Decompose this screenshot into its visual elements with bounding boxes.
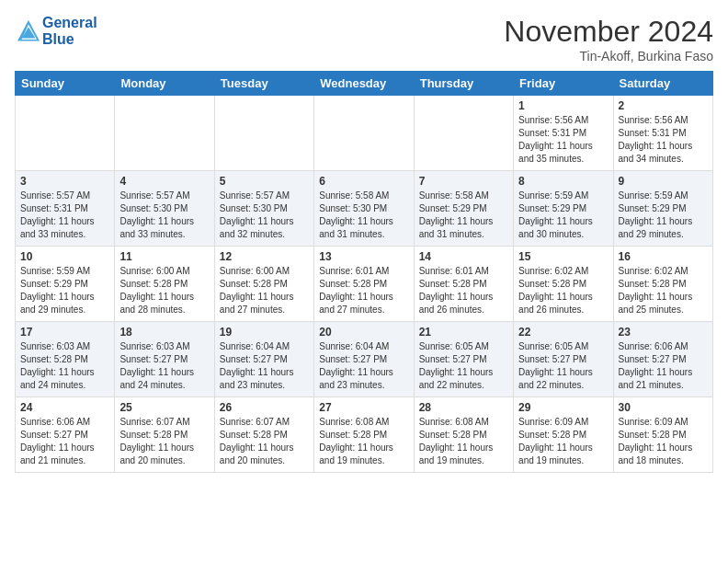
calendar-cell: 30Sunrise: 6:09 AM Sunset: 5:28 PM Dayli… — [613, 397, 712, 473]
calendar-cell: 6Sunrise: 5:58 AM Sunset: 5:30 PM Daylig… — [314, 171, 414, 247]
day-info: Sunrise: 5:56 AM Sunset: 5:31 PM Dayligh… — [619, 114, 708, 166]
day-info: Sunrise: 6:02 AM Sunset: 5:28 PM Dayligh… — [619, 265, 708, 316]
calendar-cell: 9Sunrise: 5:59 AM Sunset: 5:29 PM Daylig… — [613, 171, 712, 247]
day-info: Sunrise: 6:08 AM Sunset: 5:28 PM Dayligh… — [419, 416, 508, 467]
day-number: 19 — [220, 326, 309, 339]
day-number: 29 — [518, 401, 608, 414]
calendar-cell: 13Sunrise: 6:01 AM Sunset: 5:28 PM Dayli… — [314, 247, 414, 322]
day-number: 10 — [20, 250, 109, 263]
day-number: 18 — [119, 326, 209, 339]
day-number: 12 — [220, 250, 309, 263]
day-number: 15 — [518, 250, 608, 263]
calendar-cell — [115, 96, 214, 171]
calendar-cell: 3Sunrise: 5:57 AM Sunset: 5:31 PM Daylig… — [16, 171, 115, 247]
calendar-cell: 18Sunrise: 6:03 AM Sunset: 5:27 PM Dayli… — [115, 322, 214, 397]
day-number: 11 — [119, 250, 209, 263]
day-info: Sunrise: 5:58 AM Sunset: 5:29 PM Dayligh… — [419, 190, 508, 241]
day-number: 5 — [220, 175, 309, 188]
day-number: 20 — [319, 326, 408, 339]
calendar-cell: 25Sunrise: 6:07 AM Sunset: 5:28 PM Dayli… — [115, 397, 214, 473]
weekday-header-tuesday: Tuesday — [214, 72, 313, 96]
day-number: 21 — [419, 326, 508, 339]
weekday-header-friday: Friday — [514, 72, 613, 96]
calendar-cell: 17Sunrise: 6:03 AM Sunset: 5:28 PM Dayli… — [16, 322, 115, 397]
logo-icon — [15, 17, 42, 45]
day-number: 4 — [119, 175, 209, 188]
day-info: Sunrise: 6:00 AM Sunset: 5:28 PM Dayligh… — [220, 265, 309, 316]
weekday-header-saturday: Saturday — [613, 72, 712, 96]
page-header: General Blue November 2024 Tin-Akoff, Bu… — [15, 15, 713, 63]
month-title: November 2024 — [504, 15, 713, 49]
day-info: Sunrise: 6:05 AM Sunset: 5:27 PM Dayligh… — [518, 340, 608, 392]
day-number: 2 — [619, 99, 708, 112]
logo-line1: General — [42, 15, 97, 31]
day-number: 9 — [619, 175, 708, 188]
day-number: 25 — [119, 401, 209, 414]
day-info: Sunrise: 5:56 AM Sunset: 5:31 PM Dayligh… — [518, 114, 608, 166]
calendar-cell: 23Sunrise: 6:06 AM Sunset: 5:27 PM Dayli… — [613, 322, 712, 397]
weekday-header-monday: Monday — [115, 72, 214, 96]
day-info: Sunrise: 6:03 AM Sunset: 5:28 PM Dayligh… — [20, 340, 109, 392]
day-info: Sunrise: 6:03 AM Sunset: 5:27 PM Dayligh… — [119, 340, 209, 392]
day-number: 30 — [619, 401, 708, 414]
day-number: 7 — [419, 175, 508, 188]
day-info: Sunrise: 6:09 AM Sunset: 5:28 PM Dayligh… — [518, 416, 608, 467]
day-info: Sunrise: 5:59 AM Sunset: 5:29 PM Dayligh… — [518, 190, 608, 241]
weekday-row: SundayMondayTuesdayWednesdayThursdayFrid… — [16, 72, 713, 96]
day-number: 1 — [518, 99, 608, 112]
day-number: 26 — [220, 401, 309, 414]
day-info: Sunrise: 6:08 AM Sunset: 5:28 PM Dayligh… — [319, 416, 408, 467]
calendar-cell: 2Sunrise: 5:56 AM Sunset: 5:31 PM Daylig… — [613, 96, 712, 171]
calendar-cell: 5Sunrise: 5:57 AM Sunset: 5:30 PM Daylig… — [214, 171, 313, 247]
day-number: 17 — [20, 326, 109, 339]
location-subtitle: Tin-Akoff, Burkina Faso — [504, 49, 713, 63]
day-info: Sunrise: 6:01 AM Sunset: 5:28 PM Dayligh… — [319, 265, 408, 316]
day-number: 6 — [319, 175, 408, 188]
calendar-cell: 24Sunrise: 6:06 AM Sunset: 5:27 PM Dayli… — [16, 397, 115, 473]
day-number: 16 — [619, 250, 708, 263]
calendar-cell: 28Sunrise: 6:08 AM Sunset: 5:28 PM Dayli… — [414, 397, 513, 473]
day-info: Sunrise: 6:02 AM Sunset: 5:28 PM Dayligh… — [518, 265, 608, 316]
day-number: 3 — [20, 175, 109, 188]
calendar-cell: 21Sunrise: 6:05 AM Sunset: 5:27 PM Dayli… — [414, 322, 513, 397]
calendar-cell: 11Sunrise: 6:00 AM Sunset: 5:28 PM Dayli… — [115, 247, 214, 322]
weekday-header-wednesday: Wednesday — [314, 72, 414, 96]
calendar-cell: 10Sunrise: 5:59 AM Sunset: 5:29 PM Dayli… — [16, 247, 115, 322]
calendar-body: 1Sunrise: 5:56 AM Sunset: 5:31 PM Daylig… — [16, 96, 713, 473]
day-number: 8 — [518, 175, 608, 188]
week-row-2: 3Sunrise: 5:57 AM Sunset: 5:31 PM Daylig… — [16, 171, 713, 247]
day-info: Sunrise: 6:04 AM Sunset: 5:27 PM Dayligh… — [220, 340, 309, 392]
day-info: Sunrise: 6:01 AM Sunset: 5:28 PM Dayligh… — [419, 265, 508, 316]
day-number: 23 — [619, 326, 708, 339]
calendar-cell: 29Sunrise: 6:09 AM Sunset: 5:28 PM Dayli… — [514, 397, 613, 473]
calendar-cell: 1Sunrise: 5:56 AM Sunset: 5:31 PM Daylig… — [514, 96, 613, 171]
calendar-cell: 8Sunrise: 5:59 AM Sunset: 5:29 PM Daylig… — [514, 171, 613, 247]
logo: General Blue — [15, 15, 97, 48]
day-info: Sunrise: 5:57 AM Sunset: 5:30 PM Dayligh… — [119, 190, 209, 241]
day-info: Sunrise: 6:07 AM Sunset: 5:28 PM Dayligh… — [220, 416, 309, 467]
day-number: 27 — [319, 401, 408, 414]
day-number: 13 — [319, 250, 408, 263]
week-row-5: 24Sunrise: 6:06 AM Sunset: 5:27 PM Dayli… — [16, 397, 713, 473]
logo-text: General Blue — [42, 15, 97, 48]
calendar-cell: 27Sunrise: 6:08 AM Sunset: 5:28 PM Dayli… — [314, 397, 414, 473]
calendar-cell: 26Sunrise: 6:07 AM Sunset: 5:28 PM Dayli… — [214, 397, 313, 473]
title-block: November 2024 Tin-Akoff, Burkina Faso — [504, 15, 713, 63]
day-number: 24 — [20, 401, 109, 414]
day-info: Sunrise: 6:06 AM Sunset: 5:27 PM Dayligh… — [619, 340, 708, 392]
calendar-cell — [414, 96, 513, 171]
day-info: Sunrise: 6:00 AM Sunset: 5:28 PM Dayligh… — [119, 265, 209, 316]
weekday-header-sunday: Sunday — [16, 72, 115, 96]
day-info: Sunrise: 5:59 AM Sunset: 5:29 PM Dayligh… — [619, 190, 708, 241]
calendar-cell: 20Sunrise: 6:04 AM Sunset: 5:27 PM Dayli… — [314, 322, 414, 397]
day-info: Sunrise: 6:05 AM Sunset: 5:27 PM Dayligh… — [419, 340, 508, 392]
week-row-4: 17Sunrise: 6:03 AM Sunset: 5:28 PM Dayli… — [16, 322, 713, 397]
calendar-cell — [314, 96, 414, 171]
day-info: Sunrise: 5:57 AM Sunset: 5:31 PM Dayligh… — [20, 190, 109, 241]
calendar-cell: 12Sunrise: 6:00 AM Sunset: 5:28 PM Dayli… — [214, 247, 313, 322]
day-info: Sunrise: 5:57 AM Sunset: 5:30 PM Dayligh… — [220, 190, 309, 241]
calendar-cell: 7Sunrise: 5:58 AM Sunset: 5:29 PM Daylig… — [414, 171, 513, 247]
calendar-cell: 22Sunrise: 6:05 AM Sunset: 5:27 PM Dayli… — [514, 322, 613, 397]
day-info: Sunrise: 6:06 AM Sunset: 5:27 PM Dayligh… — [20, 416, 109, 467]
weekday-header-thursday: Thursday — [414, 72, 513, 96]
